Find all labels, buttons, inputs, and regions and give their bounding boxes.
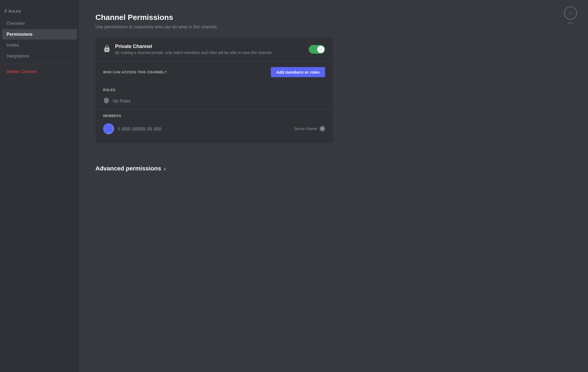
sidebar-item-permissions[interactable]: Permissions	[2, 29, 77, 40]
esc-label: ESC	[568, 22, 574, 25]
roles-label: ROLES	[103, 88, 325, 92]
members-label: MEMBERS	[103, 114, 325, 118]
sidebar-item-label: Delete Channel	[7, 69, 37, 74]
channel-label: # RULES	[0, 7, 79, 16]
access-section: WHO CAN ACCESS THIS CHANNEL? Add members…	[95, 61, 333, 83]
member-name-area	[118, 127, 290, 131]
blur-bar	[122, 127, 130, 131]
sidebar-item-overview[interactable]: Overview	[2, 18, 77, 29]
lock-icon	[103, 45, 111, 54]
sidebar-item-label: Overview	[7, 21, 25, 26]
add-members-roles-button[interactable]: Add members or roles	[271, 67, 325, 77]
advanced-permissions-label: Advanced permissions	[95, 165, 161, 172]
blur-bar	[147, 127, 152, 131]
blur-bar	[154, 127, 161, 131]
access-header: WHO CAN ACCESS THIS CHANNEL? Add members…	[103, 67, 325, 77]
sidebar: # RULES Overview Permissions Invites Int…	[0, 0, 79, 372]
chevron-right-icon: ›	[164, 166, 166, 172]
member-tag: Server Owner ×	[294, 126, 325, 131]
private-channel-section: Private Channel By making a channel priv…	[95, 37, 333, 61]
hash-icon: #	[4, 9, 7, 14]
no-roles-row: No Roles	[103, 95, 325, 109]
no-roles-text: No Roles	[113, 99, 131, 104]
permissions-card: Private Channel By making a channel priv…	[95, 37, 333, 143]
sidebar-item-label: Invites	[7, 43, 19, 47]
page-subtitle: Use permissions to customize who can do …	[95, 25, 572, 29]
close-icon: ×	[569, 11, 572, 16]
private-channel-desc: By making a channel private, only select…	[115, 50, 304, 55]
toggle-track[interactable]	[309, 45, 325, 54]
main-content: × ESC Channel Permissions Use permission…	[79, 0, 588, 372]
members-section: MEMBERS Server Owner ×	[95, 109, 333, 143]
blur-bar	[118, 127, 120, 131]
sidebar-item-integrations[interactable]: Integrations	[2, 51, 77, 61]
section-divider	[95, 154, 333, 154]
avatar-inner	[105, 125, 112, 133]
channel-name: RULES	[8, 9, 21, 13]
advanced-permissions-row[interactable]: Advanced permissions ›	[95, 165, 333, 172]
sidebar-item-label: Permissions	[7, 32, 32, 37]
member-row: Server Owner ×	[103, 121, 325, 136]
avatar	[103, 123, 114, 134]
private-channel-toggle[interactable]	[309, 45, 325, 54]
blur-bar	[132, 127, 146, 131]
sidebar-item-label: Integrations	[7, 54, 29, 58]
remove-member-button[interactable]: ×	[320, 126, 325, 131]
page-title: Channel Permissions	[95, 13, 572, 22]
access-label: WHO CAN ACCESS THIS CHANNEL?	[103, 70, 167, 74]
avatar-img	[103, 123, 114, 134]
sidebar-divider	[4, 64, 75, 64]
private-channel-info: Private Channel By making a channel priv…	[115, 44, 304, 55]
shield-icon	[103, 97, 110, 105]
private-channel-title: Private Channel	[115, 44, 304, 49]
toggle-thumb	[317, 46, 324, 53]
sidebar-item-invites[interactable]: Invites	[2, 40, 77, 50]
server-owner-label: Server Owner	[294, 127, 317, 131]
sidebar-item-delete[interactable]: Delete Channel	[2, 67, 77, 77]
close-button[interactable]: × ESC	[564, 7, 577, 20]
roles-section: ROLES No Roles	[95, 83, 333, 109]
